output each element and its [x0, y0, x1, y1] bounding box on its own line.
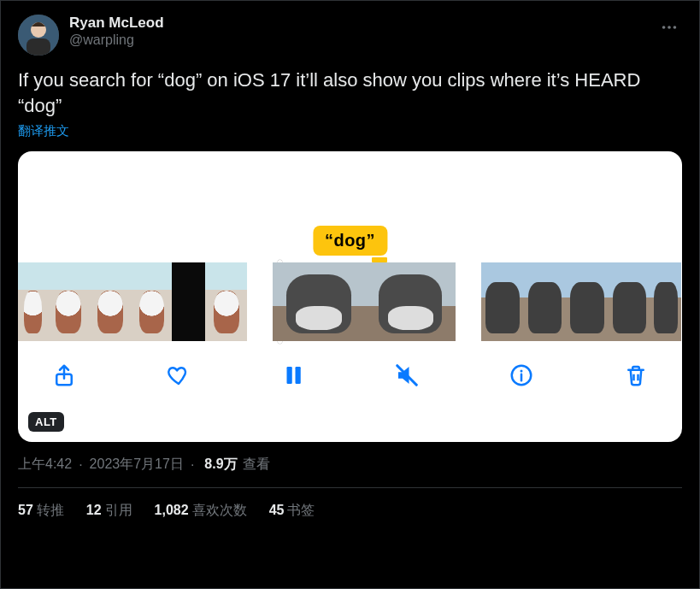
- speaker-muted-icon: [394, 362, 420, 388]
- svg-point-4: [668, 26, 671, 29]
- tweet-stats: 57转推 12引用 1,082喜欢次数 45书签: [18, 488, 682, 520]
- clip-group-2[interactable]: [273, 262, 456, 341]
- tweet-meta: 上午4:42 2023年7月17日 8.9万 查看: [18, 456, 682, 474]
- clip-thumb[interactable]: [524, 262, 566, 341]
- media-top: “dog”: [18, 151, 682, 262]
- like-button[interactable]: [163, 360, 194, 391]
- quotes-count: 12: [86, 503, 102, 517]
- author-handle[interactable]: @warpling: [69, 32, 164, 48]
- media-toolbar: [18, 341, 682, 399]
- tweet-time[interactable]: 上午4:42: [18, 456, 72, 474]
- mute-button[interactable]: [391, 360, 422, 391]
- svg-rect-7: [286, 367, 291, 384]
- clip-gap: [456, 262, 481, 341]
- tweet-header: Ryan McLeod @warpling: [18, 15, 682, 56]
- alt-badge[interactable]: ALT: [28, 412, 64, 432]
- likes-count: 1,082: [155, 503, 189, 517]
- avatar[interactable]: [18, 15, 59, 56]
- clip-thumb[interactable]: [18, 262, 47, 341]
- bookmarks-stat[interactable]: 45书签: [269, 502, 315, 520]
- clip-thumb[interactable]: [89, 262, 131, 341]
- delete-button[interactable]: [621, 360, 651, 391]
- clip-thumb[interactable]: [650, 262, 681, 341]
- tweet-container: Ryan McLeod @warpling If you search for …: [0, 0, 700, 589]
- tweet-date[interactable]: 2023年7月17日: [90, 456, 184, 474]
- more-icon: [660, 18, 679, 37]
- clip-group-1[interactable]: [18, 262, 247, 341]
- svg-point-11: [521, 370, 523, 373]
- clip-thumb[interactable]: [273, 262, 365, 341]
- bookmarks-label: 书签: [287, 503, 315, 517]
- svg-rect-2: [26, 38, 50, 56]
- quotes-label: 引用: [105, 503, 132, 517]
- views-count[interactable]: 8.9万: [204, 456, 237, 474]
- share-icon: [51, 362, 77, 388]
- clip-thumb[interactable]: [566, 262, 609, 341]
- separator: [189, 457, 196, 473]
- author-names: Ryan McLeod @warpling: [69, 15, 164, 49]
- bookmarks-count: 45: [269, 503, 285, 517]
- retweets-label: 转推: [37, 503, 64, 517]
- trash-icon: [623, 362, 649, 388]
- svg-point-3: [662, 26, 666, 29]
- pause-button[interactable]: [278, 360, 309, 391]
- translate-link[interactable]: 翻译推文: [18, 123, 69, 139]
- clip-thumb[interactable]: [47, 262, 89, 341]
- avatar-image: [18, 15, 59, 56]
- tweet-text: If you search for “dog” on iOS 17 it’ll …: [18, 68, 682, 118]
- svg-rect-8: [295, 367, 300, 384]
- svg-point-5: [674, 26, 677, 29]
- info-button[interactable]: [506, 360, 537, 391]
- clip-thumb[interactable]: [365, 262, 456, 341]
- retweets-stat[interactable]: 57转推: [18, 502, 64, 520]
- clip-thumb[interactable]: [172, 262, 205, 341]
- quotes-stat[interactable]: 12引用: [86, 502, 132, 520]
- clip-group-3[interactable]: [481, 262, 681, 341]
- heart-icon: [166, 362, 191, 388]
- share-button[interactable]: [49, 360, 79, 391]
- caption-tooltip: “dog”: [313, 226, 387, 256]
- likes-stat[interactable]: 1,082喜欢次数: [155, 502, 247, 520]
- likes-label: 喜欢次数: [192, 503, 247, 517]
- clip-thumb[interactable]: [205, 262, 247, 341]
- retweets-count: 57: [18, 503, 33, 517]
- clip-gap: [247, 262, 273, 341]
- views-label: 查看: [243, 456, 270, 474]
- clip-thumb[interactable]: [481, 262, 524, 341]
- media-card[interactable]: “dog”: [18, 151, 682, 442]
- separator: [77, 457, 84, 473]
- author-name[interactable]: Ryan McLeod: [69, 15, 164, 32]
- clip-thumb[interactable]: [131, 262, 172, 341]
- timeline-strip[interactable]: [18, 262, 682, 341]
- clip-thumb[interactable]: [609, 262, 650, 341]
- more-button[interactable]: [656, 15, 682, 40]
- info-icon: [509, 362, 534, 388]
- pause-icon: [280, 362, 306, 388]
